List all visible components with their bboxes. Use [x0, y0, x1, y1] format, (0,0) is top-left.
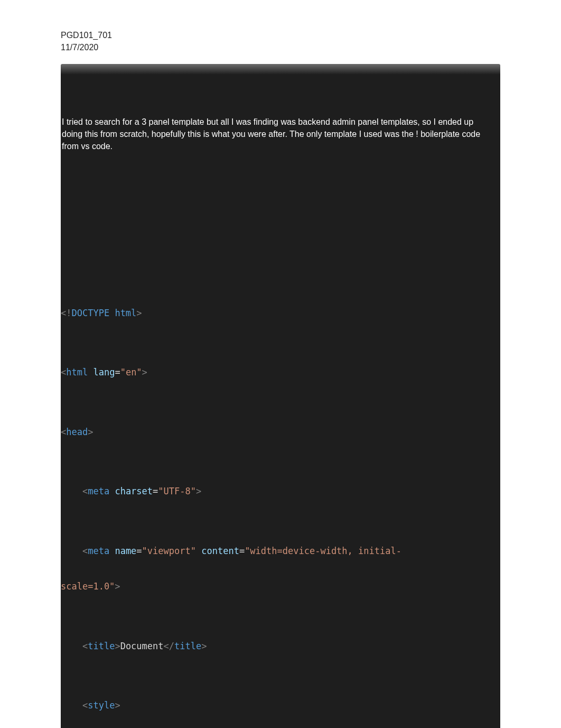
header-date: 11/7/2020 — [61, 41, 500, 53]
header-course: PGD101_701 — [61, 29, 500, 41]
code-line-doctype: <!DOCTYPE html> — [61, 307, 500, 319]
document-page: PGD101_701 11/7/2020 I tried to search f… — [0, 0, 561, 728]
intro-paragraph: I tried to search for a 3 panel template… — [61, 116, 500, 153]
code-block: I tried to search for a 3 panel template… — [61, 64, 500, 728]
code-line-meta-viewport-2: scale=1.0"> — [61, 580, 500, 593]
code-line-html-open: <html lang="en"> — [61, 366, 500, 379]
code-line-style-open: <style> — [61, 699, 500, 712]
code-line-title: <title>Document</title> — [61, 640, 500, 652]
code-line-meta-viewport-1: <meta name="viewport" content="width=dev… — [61, 545, 500, 557]
code-line-meta-charset: <meta charset="UTF-8"> — [61, 485, 500, 497]
code-block-container: I tried to search for a 3 panel template… — [61, 64, 500, 728]
code-line-head-open: <head> — [61, 426, 500, 438]
